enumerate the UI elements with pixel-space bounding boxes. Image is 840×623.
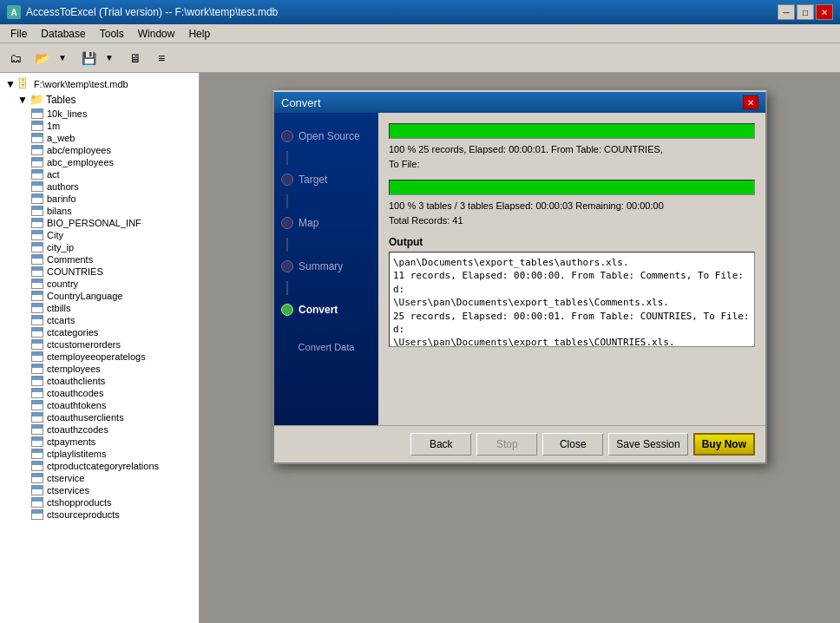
toolbar-dropdown-button[interactable]: ▼: [56, 47, 69, 69]
menu-window[interactable]: Window: [131, 26, 182, 42]
output-box[interactable]: \pan\Documents\export_tables\authors.xls…: [389, 252, 755, 347]
tree-item[interactable]: ctsourceproducts: [3, 508, 195, 521]
buy-now-button[interactable]: Buy Now: [693, 433, 755, 456]
tree-item[interactable]: BIO_PERSONAL_INF: [3, 217, 195, 229]
toolbar-open-button[interactable]: 📂: [30, 47, 54, 69]
wizard-step-line: [286, 151, 288, 165]
dialog-title-bar: Convert ✕: [274, 92, 765, 113]
stop-button[interactable]: Stop: [476, 433, 537, 456]
tree-item[interactable]: COUNTRIES: [3, 266, 195, 278]
table-icon: [31, 206, 43, 216]
tree-item[interactable]: ctplaylistitems: [3, 448, 195, 460]
maximize-button[interactable]: □: [797, 4, 814, 20]
output-line: \Users\pan\Documents\export_tables\COUNT…: [393, 336, 751, 347]
table-icon: [31, 242, 43, 252]
tree-item[interactable]: ctshopproducts: [3, 496, 195, 508]
wizard-step-summary[interactable]: Summary: [274, 252, 378, 281]
tree-item[interactable]: ctpayments: [3, 436, 195, 448]
tree-item[interactable]: 1m: [3, 120, 195, 132]
title-bar-buttons: ─ □ ✕: [778, 4, 833, 20]
table-icon: [31, 266, 43, 277]
convert-dialog: Convert ✕ Open SourceTargetMapSummaryCon…: [272, 90, 767, 464]
menu-help[interactable]: Help: [181, 26, 217, 42]
wizard-step-label: Open Source: [299, 130, 360, 142]
table-icon: [31, 473, 43, 483]
menu-file[interactable]: File: [3, 26, 34, 42]
menu-database[interactable]: Database: [34, 26, 92, 42]
tree-item-label: ctplaylistitems: [47, 449, 106, 459]
tree-container[interactable]: ▼ 🗄 F:\work\temp\test.mdb ▼ 📁 Tables 10k…: [0, 73, 199, 623]
tree-item[interactable]: ctbills: [3, 302, 195, 314]
tree-item[interactable]: ctcategories: [3, 326, 195, 338]
tree-item[interactable]: abc/employees: [3, 144, 195, 156]
tree-item[interactable]: ctoauthuserclients: [3, 411, 195, 423]
progress-bar-2: [389, 180, 755, 195]
tree-item-label: 10k_lines: [47, 108, 87, 119]
tree-item[interactable]: CountryLanguage: [3, 290, 195, 302]
tree-item[interactable]: bilans: [3, 205, 195, 217]
tree-item[interactable]: act: [3, 168, 195, 180]
main-area: ▼ 🗄 F:\work\temp\test.mdb ▼ 📁 Tables 10k…: [0, 73, 840, 623]
tree-tables-group[interactable]: ▼ 📁 Tables: [3, 92, 195, 108]
tree-tables-label: Tables: [46, 94, 76, 106]
back-button[interactable]: Back: [410, 433, 471, 456]
wizard-step-label: Convert: [299, 304, 338, 316]
tree-item[interactable]: ctoauthzcodes: [3, 423, 195, 436]
tree-item-label: ctbills: [47, 303, 71, 313]
toolbar-new-button[interactable]: 🗂: [3, 47, 28, 69]
table-icon: [31, 181, 43, 192]
tree-item[interactable]: ctemployees: [3, 363, 195, 375]
minimize-button[interactable]: ─: [778, 4, 795, 20]
tree-item[interactable]: authors: [3, 180, 195, 193]
table-icon: [31, 254, 43, 265]
wizard-bottom-label: Convert Data: [274, 342, 378, 352]
output-line: \Users\pan\Documents\export_tables\Comme…: [393, 296, 751, 309]
tree-item[interactable]: ctoauthclients: [3, 375, 195, 387]
dialog-close-button[interactable]: ✕: [743, 95, 758, 109]
tree-item[interactable]: country: [3, 278, 195, 290]
tree-item[interactable]: ctcustomerorders: [3, 338, 195, 351]
tree-item[interactable]: a_web: [3, 132, 195, 144]
tree-item-label: Comments: [47, 254, 93, 265]
table-icon: [31, 108, 43, 119]
toolbar-dropdown2-button[interactable]: ▼: [102, 47, 116, 69]
tree-item[interactable]: ctoauthcodes: [3, 387, 195, 399]
tree-item[interactable]: ctemployeeoperatelogs: [3, 351, 195, 363]
wizard-step-convert[interactable]: Convert: [274, 295, 378, 325]
tree-item[interactable]: ctproductcategoryrelations: [3, 460, 195, 472]
wizard-step-target[interactable]: Target: [274, 165, 378, 194]
tree-item[interactable]: city_ip: [3, 241, 195, 253]
tree-item[interactable]: Comments: [3, 253, 195, 266]
menu-tools[interactable]: Tools: [93, 26, 131, 42]
table-icon: [31, 230, 43, 240]
tree-item[interactable]: ctcarts: [3, 314, 195, 326]
table-icon: [31, 509, 43, 520]
tree-item[interactable]: ctoauthtokens: [3, 399, 195, 411]
tree-item-label: ctoauthclients: [47, 376, 105, 386]
table-icon: [31, 461, 43, 471]
tree-item[interactable]: 10k_lines: [3, 108, 195, 120]
tree-item[interactable]: City: [3, 229, 195, 241]
wizard-step-dot: [281, 217, 293, 229]
output-line: 11 records, Elapsed: 00:00:00. From Tabl…: [393, 269, 751, 296]
table-icon: [31, 157, 43, 167]
tree-item[interactable]: ctservice: [3, 472, 195, 484]
tree-item-label: 1m: [47, 121, 60, 131]
tree-root[interactable]: ▼ 🗄 F:\work\temp\test.mdb: [3, 76, 195, 92]
progress-section-1: 100 % 25 records, Elapsed: 00:00:01. Fro…: [389, 123, 755, 171]
tree-item-label: act: [47, 169, 60, 180]
wizard-step-open-source[interactable]: Open Source: [274, 121, 378, 151]
wizard-step-map[interactable]: Map: [274, 208, 378, 238]
tree-item[interactable]: barinfo: [3, 193, 195, 205]
tree-item[interactable]: ctservices: [3, 484, 195, 496]
wizard-step-dot: [281, 174, 293, 186]
toolbar-convert-button[interactable]: 🖥: [123, 47, 148, 69]
table-icon: [31, 424, 43, 435]
close-button[interactable]: Close: [542, 433, 603, 456]
app-close-button[interactable]: ✕: [816, 4, 833, 20]
save-session-button[interactable]: Save Session: [608, 433, 687, 456]
toolbar-save-button[interactable]: 💾: [76, 47, 101, 69]
table-icon: [31, 169, 43, 180]
tree-item[interactable]: abc_employees: [3, 156, 195, 168]
toolbar-list-button[interactable]: ≡: [149, 47, 174, 69]
